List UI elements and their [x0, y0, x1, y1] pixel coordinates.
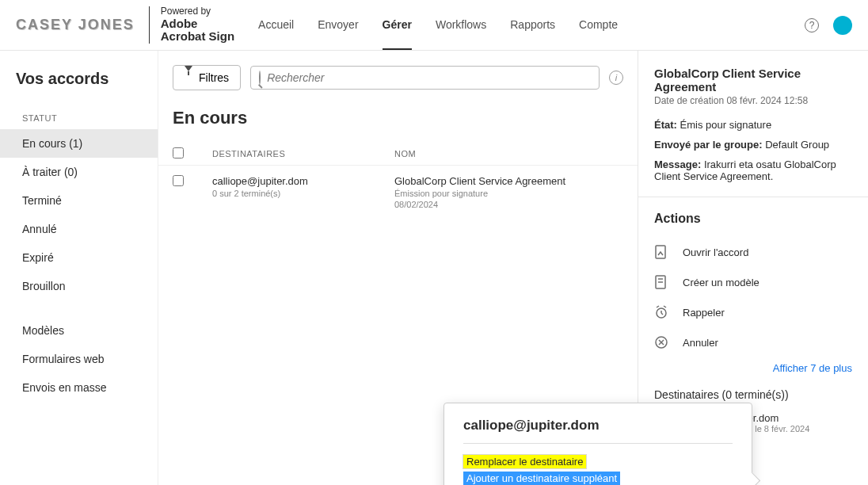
- sidebar-item-expire[interactable]: Expiré: [0, 243, 158, 272]
- search-box[interactable]: [250, 66, 600, 90]
- row-nom-sub2: 08/02/2024: [394, 200, 623, 209]
- template-icon: [654, 275, 668, 289]
- cancel-icon: [654, 335, 668, 349]
- sidebar-item-brouillon[interactable]: Brouillon: [0, 272, 158, 300]
- select-all-checkbox[interactable]: [173, 147, 184, 158]
- nav-gerer[interactable]: Gérer: [383, 1, 412, 50]
- svg-line-7: [657, 306, 659, 307]
- clock-icon: [654, 305, 668, 319]
- table-row[interactable]: calliope@jupiter.dom 0 sur 2 terminé(s) …: [158, 166, 638, 219]
- col-nom[interactable]: NOM: [394, 149, 623, 158]
- dest-heading: Destinataires (0 terminé(s)): [654, 388, 852, 401]
- action-remind[interactable]: Rappeler: [654, 297, 852, 327]
- row-checkbox[interactable]: [173, 175, 184, 186]
- search-input[interactable]: [267, 71, 591, 84]
- content-heading: En cours: [158, 98, 638, 143]
- col-destinataires[interactable]: DESTINATAIRES: [212, 149, 394, 158]
- sidebar: Vos accords STATUT En cours (1) À traite…: [0, 51, 158, 485]
- open-icon: [654, 245, 668, 259]
- svg-line-8: [664, 306, 666, 307]
- brand-logo: CASEY JONES: [16, 17, 135, 33]
- nav-envoyer[interactable]: Envoyer: [318, 1, 358, 50]
- help-icon[interactable]: ?: [805, 18, 819, 32]
- sidebar-title: Vos accords: [0, 70, 158, 107]
- sidebar-item-envois[interactable]: Envois en masse: [0, 373, 158, 402]
- top-nav: Accueil Envoyer Gérer Workflows Rapports…: [258, 1, 618, 50]
- nav-compte[interactable]: Compte: [579, 1, 618, 50]
- sidebar-item-termine[interactable]: Terminé: [0, 186, 158, 215]
- replace-recipient-link[interactable]: Remplacer le destinataire: [463, 455, 586, 468]
- funnel-icon: [185, 71, 192, 84]
- nav-rapports[interactable]: Rapports: [510, 1, 555, 50]
- action-cancel[interactable]: Annuler: [654, 327, 852, 357]
- action-open[interactable]: Ouvrir l'accord: [654, 237, 852, 267]
- info-icon[interactable]: i: [609, 71, 623, 85]
- popup-title: calliope@jupiter.dom: [463, 418, 733, 444]
- table-header: DESTINATAIRES NOM: [158, 143, 638, 166]
- sidebar-item-formulaires[interactable]: Formulaires web: [0, 345, 158, 373]
- sidebar-item-annule[interactable]: Annulé: [0, 215, 158, 243]
- filter-button[interactable]: Filtres: [173, 65, 241, 90]
- row-nom: GlobalCorp Client Service Agreement: [394, 175, 623, 187]
- row-dest: calliope@jupiter.dom: [212, 175, 394, 187]
- row-dest-sub: 0 sur 2 terminé(s): [212, 189, 394, 198]
- sidebar-section-statut: STATUT: [0, 107, 158, 129]
- nav-accueil[interactable]: Accueil: [258, 1, 294, 50]
- svg-line-6: [661, 313, 663, 315]
- action-template[interactable]: Créer un modèle: [654, 267, 852, 297]
- avatar[interactable]: [833, 16, 852, 35]
- sidebar-item-modeles[interactable]: Modèles: [0, 316, 158, 345]
- sidebar-item-atraiter[interactable]: À traiter (0): [0, 158, 158, 186]
- powered-by: Powered by Adobe Acrobat Sign: [149, 6, 234, 43]
- show-more-link[interactable]: Afficher 7 de plus: [773, 362, 852, 374]
- panel-created: Date de création 08 févr. 2024 12:58: [654, 95, 852, 106]
- recipient-popup: calliope@jupiter.dom Remplacer le destin…: [444, 403, 752, 485]
- nav-workflows[interactable]: Workflows: [436, 1, 486, 50]
- content-area: Filtres i En cours DESTINATAIRES NOM cal…: [158, 51, 638, 485]
- actions-heading: Actions: [654, 212, 852, 226]
- row-nom-sub1: Émission pour signature: [394, 189, 623, 198]
- sidebar-item-encours[interactable]: En cours (1): [0, 129, 158, 158]
- panel-title: GlobalCorp Client Service Agreement: [654, 67, 852, 94]
- add-alt-recipient-link[interactable]: Ajouter un destinataire suppléant: [463, 472, 620, 485]
- search-icon: [259, 71, 261, 84]
